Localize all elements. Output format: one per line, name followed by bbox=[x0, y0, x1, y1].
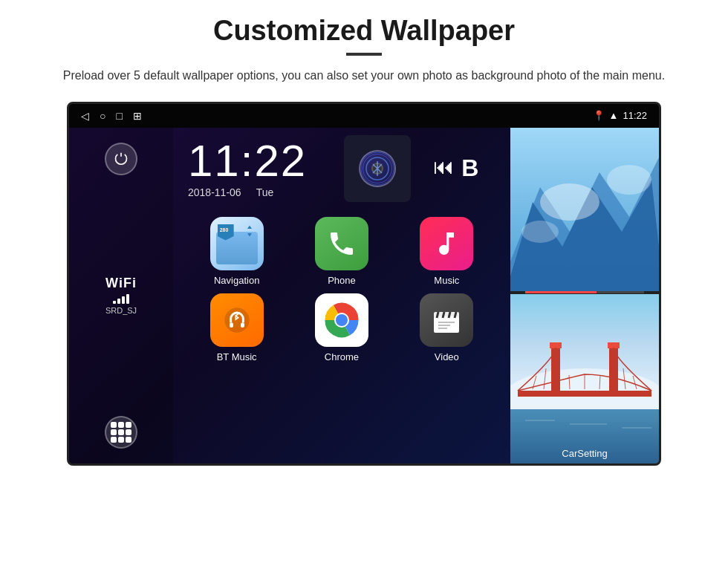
square-icon: □ bbox=[116, 110, 122, 122]
wifi-bar-3 bbox=[122, 296, 125, 304]
navigation-label: Navigation bbox=[214, 275, 259, 286]
grid-dot bbox=[126, 437, 131, 443]
video-icon bbox=[420, 293, 473, 347]
grid-dot bbox=[111, 422, 117, 428]
clock-row: 11:22 2018-11-06 Tue bbox=[181, 135, 503, 202]
ice-background bbox=[510, 128, 659, 291]
nav-badge-text: 280 bbox=[220, 227, 229, 232]
power-button[interactable] bbox=[105, 143, 137, 175]
grid-dot bbox=[118, 429, 124, 435]
image-icon: ⊞ bbox=[133, 110, 142, 122]
svg-rect-4 bbox=[241, 322, 244, 328]
ice-svg bbox=[510, 128, 659, 291]
location-icon: 📍 bbox=[593, 110, 605, 121]
clock-display: 11:22 2018-11-06 Tue bbox=[188, 139, 307, 198]
svg-rect-32 bbox=[550, 342, 562, 348]
wifi-bar-1 bbox=[113, 301, 116, 304]
page-container: Customized Wallpaper Preload over 5 defa… bbox=[0, 0, 728, 563]
bridge-scene bbox=[510, 294, 659, 463]
clock-date-value: 2018-11-06 bbox=[188, 186, 241, 198]
app-item-video[interactable]: Video bbox=[398, 293, 495, 362]
clock-day-value: Tue bbox=[256, 186, 274, 198]
wifi-bars bbox=[113, 293, 129, 304]
bridge-svg bbox=[510, 294, 659, 463]
status-bar: ◁ ○ □ ⊞ 📍 ▲ 11:22 bbox=[69, 104, 659, 128]
sidebar: WiFi SRD_SJ bbox=[69, 128, 173, 463]
title-divider bbox=[346, 53, 382, 56]
apps-grid-icon bbox=[111, 422, 131, 443]
status-bar-left: ◁ ○ □ ⊞ bbox=[81, 110, 142, 122]
music-widget bbox=[344, 135, 411, 202]
grid-dot bbox=[126, 422, 131, 428]
grid-dot bbox=[111, 429, 117, 435]
svg-rect-33 bbox=[608, 342, 620, 348]
grid-dot bbox=[118, 422, 124, 428]
wallpaper-ice[interactable] bbox=[510, 128, 659, 291]
svg-rect-29 bbox=[518, 391, 651, 397]
wifi-widget: WiFi SRD_SJ bbox=[105, 276, 137, 315]
apps-button[interactable] bbox=[105, 416, 137, 449]
navigation-icon: 280 bbox=[210, 217, 264, 270]
svg-line-11 bbox=[443, 312, 444, 318]
bt-music-icon bbox=[210, 293, 264, 347]
phone-icon bbox=[315, 217, 368, 270]
next-letter: B bbox=[461, 154, 478, 182]
nav-compass-icon bbox=[243, 224, 256, 241]
back-icon: ◁ bbox=[81, 110, 89, 122]
app-item-bt-music[interactable]: BT Music bbox=[188, 293, 285, 362]
music-controls: ⏮ B bbox=[433, 154, 478, 182]
chrome-logo-icon bbox=[323, 302, 360, 339]
device-frame: ◁ ○ □ ⊞ 📍 ▲ 11:22 WiFi bbox=[67, 102, 661, 466]
music-app-icon bbox=[420, 217, 473, 270]
svg-rect-30 bbox=[551, 346, 560, 397]
prev-track-icon[interactable]: ⏮ bbox=[433, 154, 454, 182]
svg-point-22 bbox=[521, 221, 559, 243]
bluetooth-music-icon bbox=[222, 305, 252, 335]
svg-point-21 bbox=[607, 165, 651, 195]
svg-line-10 bbox=[437, 312, 438, 318]
clock-time: 11:22 bbox=[188, 139, 307, 183]
wifi-label: WiFi bbox=[105, 276, 137, 291]
wifi-ssid: SRD_SJ bbox=[105, 306, 137, 315]
carsetting-label: CarSetting bbox=[510, 448, 659, 459]
bt-symbol-icon bbox=[368, 160, 386, 178]
wallpaper-bridge[interactable]: CarSetting bbox=[510, 294, 659, 463]
page-title: Customized Wallpaper bbox=[213, 15, 515, 47]
grid-dot bbox=[126, 429, 131, 435]
app-item-chrome[interactable]: Chrome bbox=[293, 293, 390, 362]
svg-point-2 bbox=[224, 307, 249, 332]
music-app-label: Music bbox=[434, 275, 459, 286]
app-grid: 280 Navigation bbox=[181, 217, 503, 362]
svg-point-20 bbox=[540, 183, 599, 221]
wifi-bar-2 bbox=[117, 299, 120, 304]
status-time: 11:22 bbox=[623, 110, 647, 121]
phone-label: Phone bbox=[328, 275, 356, 286]
music-note-icon bbox=[432, 229, 461, 258]
clock-date: 2018-11-06 Tue bbox=[188, 186, 273, 198]
status-bar-right: 📍 ▲ 11:22 bbox=[593, 110, 647, 121]
grid-dot bbox=[111, 437, 117, 443]
chrome-label: Chrome bbox=[325, 351, 359, 362]
app-item-phone[interactable]: Phone bbox=[293, 217, 390, 286]
svg-line-13 bbox=[455, 312, 456, 318]
center-area: 11:22 2018-11-06 Tue bbox=[173, 128, 510, 463]
svg-point-7 bbox=[336, 314, 348, 326]
wifi-bar-4 bbox=[126, 294, 129, 304]
carsetting-text: CarSetting bbox=[562, 448, 607, 459]
bt-music-label: BT Music bbox=[217, 351, 257, 362]
svg-rect-8 bbox=[434, 316, 459, 333]
chrome-icon bbox=[315, 293, 368, 347]
clapperboard-icon bbox=[429, 303, 464, 337]
grid-dot bbox=[118, 437, 124, 443]
home-icon: ○ bbox=[100, 110, 105, 122]
svg-rect-3 bbox=[230, 322, 233, 328]
svg-rect-31 bbox=[609, 346, 618, 397]
wifi-signal-icon: ▲ bbox=[609, 110, 619, 121]
music-disc-icon bbox=[359, 150, 396, 187]
app-item-music[interactable]: Music bbox=[398, 217, 495, 286]
main-area: WiFi SRD_SJ bbox=[69, 128, 659, 463]
svg-line-12 bbox=[449, 312, 450, 318]
right-panel: CarSetting bbox=[510, 128, 659, 463]
app-item-navigation[interactable]: 280 Navigation bbox=[188, 217, 285, 286]
video-label: Video bbox=[435, 351, 459, 362]
